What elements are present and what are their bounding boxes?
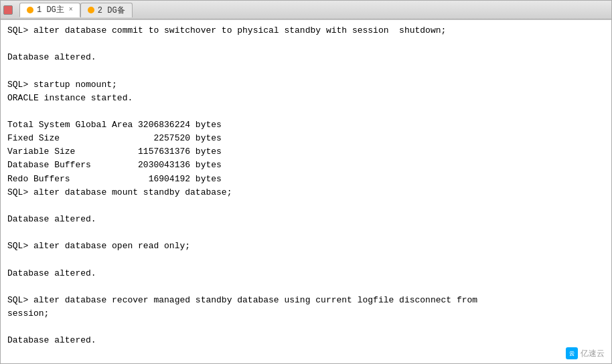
terminal-line — [7, 321, 605, 334]
terminal-line: Database altered. — [7, 267, 605, 280]
terminal-line: SQL> alter database commit to switchover… — [7, 24, 605, 37]
watermark-text: 亿速云 — [581, 348, 605, 359]
tab-tab2[interactable]: 2 DG备 — [80, 3, 133, 17]
terminal-line: SQL> alter database open read only; — [7, 240, 605, 253]
terminal-line — [7, 105, 605, 118]
terminal-line: SQL> — [7, 361, 605, 363]
terminal-line: Database Buffers 2030043136 bytes — [7, 159, 605, 172]
title-bar: 1 DG主×2 DG备 — [1, 1, 611, 19]
terminal-line — [7, 37, 605, 51]
terminal-line: Fixed Size 2257520 bytes — [7, 132, 605, 145]
terminal-line: Database altered. — [7, 334, 605, 347]
tab-tab1[interactable]: 1 DG主× — [19, 3, 80, 17]
tab-indicator-tab2 — [88, 7, 94, 13]
terminal-line: session; — [7, 307, 605, 321]
window-frame: 1 DG主×2 DG备 SQL> alter database commit t… — [0, 0, 612, 364]
tab-close-tab1[interactable]: × — [69, 6, 73, 13]
watermark-icon: 云 — [566, 347, 578, 359]
window-controls — [3, 5, 13, 15]
terminal-line: Redo Buffers 16904192 bytes — [7, 173, 605, 186]
watermark: 云 亿速云 — [566, 347, 605, 359]
terminal-line: Database altered. — [7, 213, 605, 226]
terminal-line: ORACLE instance started. — [7, 92, 605, 105]
terminal-area[interactable]: SQL> alter database commit to switchover… — [1, 19, 611, 363]
terminal-line: SQL> startup nomount; — [7, 78, 605, 92]
terminal-line — [7, 253, 605, 266]
terminal-line — [7, 64, 605, 78]
terminal-line — [7, 347, 605, 361]
close-button[interactable] — [3, 5, 13, 15]
tab-label-tab2: 2 DG备 — [98, 5, 125, 16]
terminal-line — [7, 280, 605, 294]
tab-label-tab1: 1 DG主 — [37, 4, 64, 15]
terminal-line: Database altered. — [7, 51, 605, 64]
terminal-line: SQL> alter database mount standby databa… — [7, 186, 605, 199]
terminal-line — [7, 199, 605, 213]
tabs-bar: 1 DG主×2 DG备 — [19, 3, 133, 17]
tab-indicator-tab1 — [27, 7, 33, 13]
terminal-line: SQL> alter database recover managed stan… — [7, 294, 605, 307]
terminal-line: Variable Size 1157631376 bytes — [7, 145, 605, 159]
terminal-line: Total System Global Area 3206836224 byte… — [7, 118, 605, 132]
terminal-line — [7, 226, 605, 240]
